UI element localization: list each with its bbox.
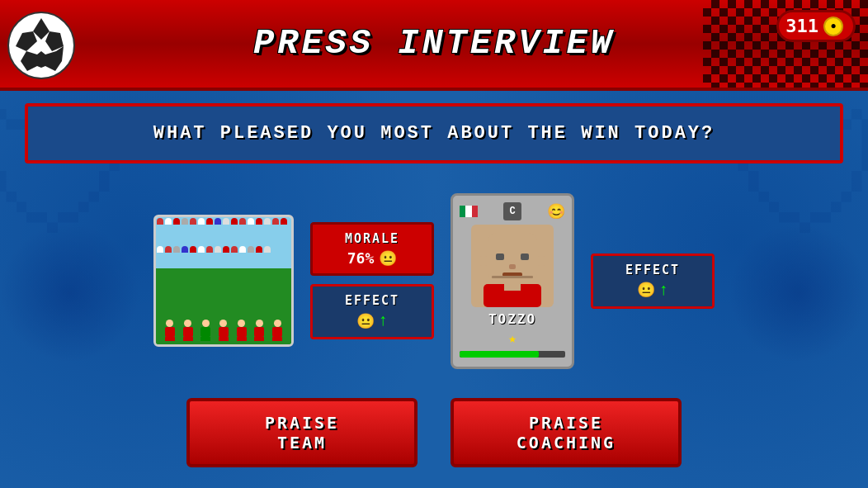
team-card [153,215,294,347]
morale-label: MORALE [329,231,415,246]
stamina-bar [460,351,565,358]
effect-emoji: 😐 [356,312,375,330]
player-effect-emoji: 😐 [637,281,655,299]
player-stars: ★ [460,330,565,347]
team-stats-panel: MORALE 76% 😐 EFFECT 😐 ↑ [310,222,434,339]
player-effect-arrow-icon: ↑ [658,281,668,300]
question-box: WHAT PLEASED YOU MOST ABOUT THE WIN TODA… [25,103,843,163]
team-effect-content: 😐 ↑ [329,311,415,330]
praise-team-button[interactable]: PRAISETEAM [186,398,417,467]
player-effect-content: 😐 ↑ [610,281,696,300]
team-illustration [156,217,291,344]
player-mood-icon: 😊 [547,202,565,220]
team-effect-box: EFFECT 😐 ↑ [310,284,434,339]
page-title: PRESS INTERVIEW [17,24,851,64]
player-effect-label: EFFECT [610,263,696,277]
player-card: C 😊 [451,193,574,369]
morale-value: 76% 😐 [329,249,415,267]
svg-rect-8 [496,253,504,260]
main-content: WHAT PLEASED YOU MOST ABOUT THE WIN TODA… [0,91,868,488]
player-portrait [471,225,554,307]
svg-rect-12 [479,256,488,266]
coin-icon: ● [823,17,843,36]
svg-rect-10 [509,264,516,269]
coin-counter: 311 ● [776,10,856,42]
svg-rect-16 [492,276,533,278]
player-card-header: C 😊 [460,202,565,220]
cards-row: MORALE 76% 😐 EFFECT 😐 ↑ [25,176,843,386]
player-effect-box: EFFECT 😐 ↑ [591,253,715,309]
team-effect-label: EFFECT [329,293,415,308]
praise-coaching-button[interactable]: PRAISECOACHING [451,398,682,467]
italy-flag-icon [460,206,478,217]
player-name: TOZZO [460,311,565,327]
morale-emoji: 😐 [379,249,397,267]
player-position: C [503,202,521,220]
svg-rect-9 [521,253,529,260]
stamina-fill [460,351,539,358]
buttons-row: PRAISETEAM PRAISECOACHING [25,398,843,476]
effect-arrow-icon: ↑ [378,311,388,330]
morale-box: MORALE 76% 😐 [310,222,434,276]
player-effect-panel: EFFECT 😐 ↑ [591,253,715,309]
header-bar: PRESS INTERVIEW [0,0,868,91]
coin-value: 311 [785,16,818,36]
svg-rect-15 [504,281,521,291]
svg-rect-13 [537,256,545,266]
question-text: WHAT PLEASED YOU MOST ABOUT THE WIN TODA… [53,123,815,144]
